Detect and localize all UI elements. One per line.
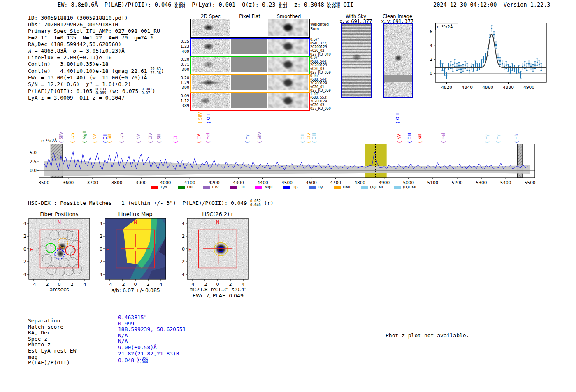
lineflux-map-panel: -4-4-2-2002244NE: [93, 217, 168, 290]
info-line: P(LAE)/P(OII): 0.105 0.1330.085 (w: 0.07…: [28, 88, 164, 95]
emission-line-label: { OIII: [395, 113, 400, 124]
info-line: Obs: 20200129v026_3005918810: [28, 21, 164, 28]
svg-text:5.0: 5.0: [30, 150, 37, 155]
svg-text:4900: 4900: [523, 85, 534, 90]
emission-line-label: { Lyα: [70, 132, 75, 144]
emission-line-label: { OII: [103, 134, 107, 144]
elixer-detection-report: EW: 8.8±0.6Å P(LAE)/P(OII): 0.046 0.0510…: [0, 0, 576, 392]
legend-item: Hβ: [283, 185, 298, 189]
emission-line-label: { HeII: [441, 132, 446, 144]
info-line: RA,Dec (188.599442,50.620560): [28, 41, 164, 48]
svg-text:4880: 4880: [503, 85, 514, 90]
sup-sub-value: 0.0510.044: [137, 357, 148, 364]
spec2d-row: [190, 93, 310, 111]
emission-line-label: { OII: [300, 134, 305, 144]
main-plot-ylabel: e⁻¹⁷x2Å: [41, 139, 57, 143]
emission-line-label: { SiIV: [59, 132, 63, 144]
match-table-label: RA, Dec: [28, 330, 76, 336]
legend-item: CIV: [203, 185, 219, 189]
svg-text:4: 4: [100, 221, 102, 226]
sup-sub-value: 0.0510.044: [174, 2, 185, 9]
hsc-dex-match-line: HSC-DEX : Possible Matches = 1 (within +…: [28, 199, 274, 206]
match-table-label: Photo z: [28, 342, 76, 348]
sup-sub-value: 0.30480.3048: [327, 2, 340, 9]
lineflux-panel-xlabel: s/b: 6.07 +/- 0.085: [99, 287, 173, 293]
match-table-label: P(LAE)/P(OII): [28, 360, 76, 366]
sup-sub-value: 0.1330.085: [95, 88, 106, 95]
sup-sub-value: 22.6322.58: [150, 67, 161, 74]
info-line: Primary Spec_Slot_IFU_AMP: 027_098_001_R…: [28, 28, 164, 35]
svg-text:-2: -2: [22, 259, 26, 264]
match-table-value: 9.00(±0.58)Å: [118, 345, 186, 351]
info-line: LineFlux = 2.00(±0.13)e-16: [28, 54, 164, 61]
svg-text:4860: 4860: [482, 85, 493, 90]
match-table-label: Est LyA rest-EW: [28, 348, 76, 354]
legend-swatch: [334, 186, 341, 189]
emission-line-label: { OIII: [312, 133, 316, 144]
svg-text:6: 6: [430, 29, 432, 34]
east-marker: E: [30, 247, 33, 253]
spec2d-row-right-labels: 0.67"(691, 377)20200129v026_02027_RU_040: [310, 38, 331, 56]
svg-text:-4: -4: [22, 272, 26, 277]
legend-label: CIV: [212, 185, 219, 189]
spec2d-row: [190, 38, 310, 56]
emission-line-label: { CIV: [307, 133, 311, 144]
legend-item: (H)CaII: [394, 185, 416, 189]
emission-line-label: { SiII: [107, 133, 112, 144]
hsc-panel-xlabel2: EWr: 7, PLAE: 0.049: [177, 292, 259, 299]
match-table-value: 188.599239, 50.620551: [118, 327, 186, 333]
legend-item: OII: [178, 185, 193, 189]
hsc-panel-xlabel1: m:21.8 re:1.3" s:0.4": [177, 286, 259, 292]
svg-text:2: 2: [182, 234, 185, 239]
north-marker: N: [134, 220, 137, 225]
emission-line-label: { SiII: [418, 133, 422, 144]
spec2d-row-right-labels: 0.96"(688, 544)20200129v026_01027_RU_059: [310, 74, 331, 93]
svg-text:4: 4: [160, 282, 163, 287]
legend-item: (K)CaII: [361, 185, 383, 189]
svg-text:-4: -4: [98, 272, 102, 277]
match-table-value: 21.82(21.82,21.83)R: [118, 351, 186, 357]
info-line: Cont(w) = 4.40(±0.10)e-18 (gmag 22.61 22…: [28, 67, 164, 74]
legend-item: Hγ: [309, 185, 323, 189]
emission-line-label: { OII: [206, 114, 211, 124]
svg-text:-4: -4: [107, 282, 112, 287]
legend-swatch: [309, 186, 316, 189]
fiber-panel-title: Fiber Positions: [29, 211, 90, 217]
svg-text:0: 0: [182, 246, 185, 252]
emission-line-label: { CII: [173, 135, 178, 144]
svg-text:0: 0: [430, 71, 432, 76]
legend-label: Lyα: [160, 185, 167, 189]
svg-text:0: 0: [134, 282, 137, 287]
spec2d-row: [190, 19, 310, 38]
line-fit-inset-plot: 482048404860488049000246e⁻¹⁷x2Å: [423, 21, 551, 97]
spec2d-row: [190, 56, 310, 74]
spec2d-row-right-labels: WeightedSum: [310, 22, 329, 31]
spec2d-row-left-labels: 0.201.29390: [176, 75, 189, 90]
legend-item: MgII: [255, 185, 273, 189]
east-marker: E: [106, 247, 109, 253]
spec2d-row: [190, 74, 310, 93]
legend-label: OII: [187, 185, 193, 189]
emission-line-label: { OVI: [197, 132, 201, 144]
emission-line-label: { SiII: [157, 133, 161, 144]
timestamp-version: 2024-12-30 04:12:00 Version 1.22.3: [433, 1, 550, 8]
legend-label: (H)CaII: [403, 185, 416, 189]
emission-line-label: { Hγ: [496, 134, 500, 144]
sup-sub-value: 0.230.23: [279, 2, 287, 9]
emission-line-label: { NV: [93, 134, 97, 144]
main-plot-legend: LyαOIICIVCIIIMgIIHβHγHeII(K)CaII(H)CaII: [25, 185, 543, 189]
info-line: λ = 4863.83Å σ = 3.05(±0.23)Å: [28, 48, 164, 54]
legend-swatch: [283, 186, 290, 189]
clean-image: [383, 23, 413, 98]
svg-text:-2: -2: [120, 282, 125, 287]
hsc-panel-title: HSC(26.2) r: [187, 211, 248, 217]
legend-item: HeII: [334, 185, 351, 189]
legend-swatch: [203, 186, 210, 189]
legend-item: CIII: [230, 185, 245, 189]
svg-text:-2: -2: [98, 259, 102, 264]
svg-text:4840: 4840: [462, 85, 473, 90]
lineflux-panel-title: Lineflux Map: [105, 211, 166, 217]
svg-text:-2: -2: [180, 259, 185, 264]
legend-swatch: [394, 186, 401, 189]
info-line: S/N = 12.2(±0.6) χ² = 1.0(±0.2): [28, 81, 164, 88]
